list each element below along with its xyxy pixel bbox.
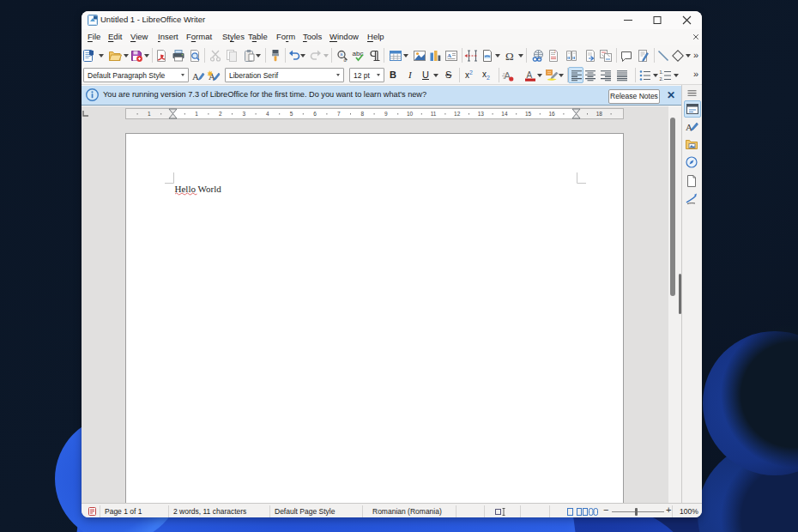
svg-text:14: 14 (501, 111, 508, 117)
svg-text:1: 1 (148, 111, 151, 117)
svg-text:A: A (527, 70, 533, 80)
svg-text:13: 13 (478, 111, 485, 117)
svg-text:A: A (192, 71, 199, 82)
svg-text:3: 3 (242, 111, 245, 117)
svg-text:1: 1 (195, 111, 198, 117)
svg-text:d: d (344, 57, 347, 63)
svg-text:i: i (555, 49, 556, 54)
svg-text:15: 15 (525, 111, 532, 117)
svg-text:7: 7 (337, 111, 341, 117)
svg-text:6: 6 (313, 111, 317, 117)
svg-text:4: 4 (266, 111, 269, 117)
svg-text:16: 16 (548, 111, 555, 117)
svg-text:2.: 2. (660, 76, 664, 82)
svg-text:11: 11 (431, 111, 437, 117)
svg-text:1.: 1. (660, 70, 664, 75)
svg-text:9: 9 (384, 111, 388, 117)
svg-text:12: 12 (454, 111, 461, 117)
svg-text:10: 10 (407, 111, 414, 117)
svg-text:2: 2 (219, 111, 222, 117)
svg-text:Ω: Ω (505, 50, 514, 63)
svg-text:8: 8 (360, 111, 364, 117)
svg-text:18: 18 (596, 111, 603, 117)
svg-text:5: 5 (290, 111, 293, 117)
svg-text:a: a (340, 51, 343, 57)
svg-text:A: A (447, 52, 451, 59)
